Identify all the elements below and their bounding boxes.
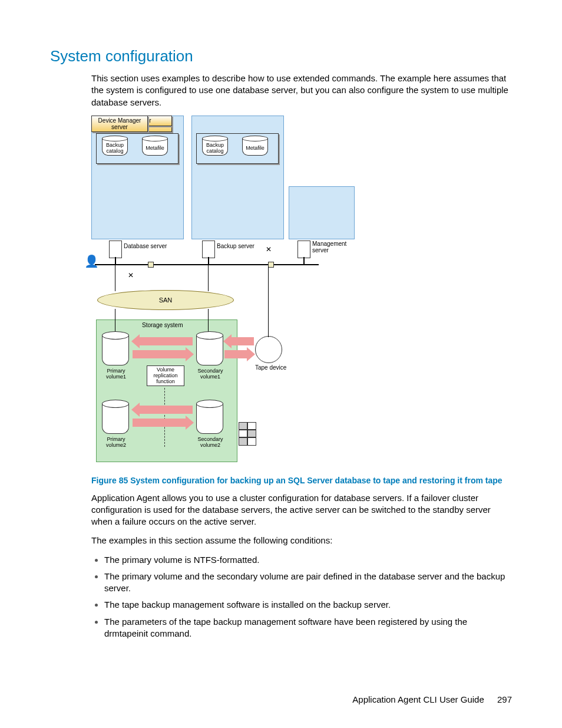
secondary-vol2-cyl [196, 400, 223, 434]
condition-item: The tape backup management software is i… [104, 599, 512, 611]
pv1-label: Primaryvolume1 [98, 368, 134, 380]
x-mark-1: ✕ [266, 245, 272, 253]
backup-server-label: Backup server [217, 243, 254, 249]
primary-vol2-cyl [102, 400, 129, 434]
repl-arrow-2l [140, 406, 193, 414]
user-icon: 👤 [84, 254, 99, 268]
lan-line [95, 264, 319, 265]
x-mark-2: ✕ [128, 271, 134, 279]
lan-node-2 [268, 262, 274, 268]
pv2-label: Primaryvolume2 [98, 436, 134, 448]
figure-caption: Figure 85 System configuration for backi… [91, 475, 512, 486]
cluster-paragraph: Application Agent allows you to use a cl… [91, 492, 512, 528]
tape-arrow-l [232, 337, 254, 345]
condition-item: The parameters of the tape backup manage… [104, 616, 512, 640]
dash-line [164, 388, 165, 447]
system-config-diagram: Application Agent Backupcatalog Metafile… [91, 116, 368, 469]
db-server-icon [109, 241, 121, 257]
mgmt-server-icon [297, 241, 309, 257]
catalog-container-2 [196, 133, 279, 164]
vol-repl-box: Volumereplicationfunction [147, 365, 184, 387]
mgmt-server-label: Managementserver [312, 241, 346, 253]
db-server-label: Database server [124, 243, 167, 249]
conditions-list: The primary volume is NTFS-formatted. Th… [91, 554, 512, 640]
backup-server-icon [202, 241, 214, 257]
footer-title: Application Agent CLI User Guide [352, 694, 484, 704]
disk-array-icon [239, 422, 256, 446]
repl-arrow-1r [133, 350, 186, 358]
san-cloud: SAN [97, 290, 234, 310]
mgmt-server-panel [289, 186, 355, 239]
condition-item: The primary volume and the secondary vol… [104, 571, 512, 595]
lan-node-1 [148, 262, 154, 268]
condition-item: The primary volume is NTFS-formatted. [104, 554, 512, 566]
tape-device-icon [255, 336, 282, 363]
repl-arrow-2r [133, 419, 186, 427]
tape-label: Tape device [255, 364, 286, 371]
page-footer: Application Agent CLI User Guide 297 [50, 694, 512, 704]
sv1-label: Secondaryvolume1 [193, 368, 228, 380]
storage-title: Storage system [142, 322, 183, 328]
tape-arrow-r [224, 350, 247, 358]
secondary-vol1-cyl [196, 331, 223, 365]
dm-server-box: Device Manager server [91, 116, 148, 132]
page-number: 297 [497, 694, 512, 704]
repl-arrow-1l [140, 337, 193, 345]
primary-vol1-cyl [102, 331, 129, 365]
conditions-intro: The examples in this section assume the … [91, 535, 512, 546]
intro-paragraph: This section uses examples to describe h… [91, 73, 512, 108]
catalog-container-1 [96, 133, 178, 164]
section-heading: System configuration [50, 47, 512, 65]
sv2-label: Secondaryvolume2 [193, 436, 228, 448]
